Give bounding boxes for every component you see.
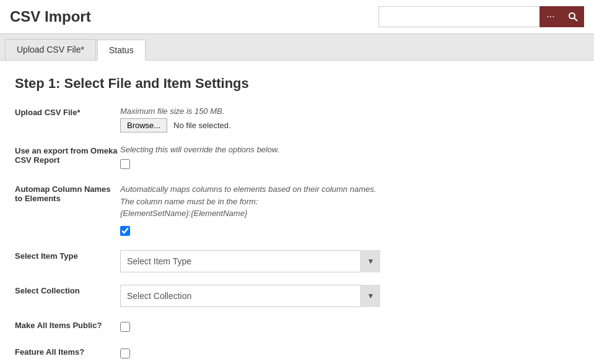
make-public-checkbox[interactable] <box>120 322 130 332</box>
collection-content: Select Collection ▼ <box>120 285 579 307</box>
item-type-label: Select Item Type <box>15 250 120 261</box>
header-search-area: ··· <box>378 6 584 27</box>
file-selected-label: No file selected. <box>173 121 231 130</box>
automap-checkbox[interactable] <box>120 226 130 236</box>
make-public-row: Make All Items Public? <box>15 319 579 334</box>
item-type-dropdown-wrap: Select Item Type ▼ <box>120 250 380 272</box>
feature-all-content <box>120 346 579 360</box>
tab-import-items[interactable]: Upload CSV File* <box>5 39 96 60</box>
omeka-export-label: Use an export from Omeka CSV Report <box>15 145 120 165</box>
automap-content: Automatically maps columns to elements b… <box>120 183 579 238</box>
search-icon <box>568 12 578 22</box>
automap-hint: Automatically maps columns to elements b… <box>120 183 579 220</box>
svg-line-1 <box>574 18 577 21</box>
collection-row: Select Collection Select Collection ▼ <box>15 285 579 307</box>
item-type-select[interactable]: Select Item Type <box>120 250 380 272</box>
make-public-content <box>120 319 579 334</box>
upload-csv-label: Upload CSV File* <box>15 106 120 117</box>
page-title: CSV Import <box>10 8 91 25</box>
collection-label: Select Collection <box>15 285 120 295</box>
tab-status[interactable]: Status <box>97 40 146 61</box>
tabs-bar: Upload CSV File* Status <box>0 34 594 61</box>
main-content: Step 1: Select File and Item Settings Up… <box>0 61 594 364</box>
omeka-export-hint: Selecting this will override the options… <box>120 145 579 154</box>
collection-select[interactable]: Select Collection <box>120 285 380 307</box>
feature-all-row: Feature All Items? <box>15 346 579 360</box>
upload-csv-input-row: Browse... No file selected. <box>120 118 579 132</box>
feature-all-label: Feature All Items? <box>15 346 120 357</box>
upload-csv-hint: Maximum file size is 150 MB. <box>120 106 579 116</box>
omeka-export-checkbox[interactable] <box>120 159 130 169</box>
header: CSV Import ··· <box>0 0 594 34</box>
automap-row: Automap Column Names to Elements Automat… <box>15 183 579 238</box>
omeka-export-row: Use an export from Omeka CSV Report Sele… <box>15 145 579 171</box>
step-title: Step 1: Select File and Item Settings <box>15 76 579 92</box>
collection-dropdown-wrap: Select Collection ▼ <box>120 285 380 307</box>
automap-label: Automap Column Names to Elements <box>15 183 120 203</box>
feature-all-checkbox[interactable] <box>120 349 130 358</box>
omeka-export-content: Selecting this will override the options… <box>120 145 579 171</box>
search-button[interactable] <box>562 6 584 27</box>
browse-button[interactable]: Browse... <box>120 118 167 132</box>
item-type-content: Select Item Type ▼ <box>120 250 579 272</box>
svg-point-0 <box>569 13 575 19</box>
upload-csv-content: Maximum file size is 150 MB. Browse... N… <box>120 106 579 132</box>
search-input[interactable] <box>378 6 539 27</box>
make-public-label: Make All Items Public? <box>15 319 120 330</box>
upload-csv-row: Upload CSV File* Maximum file size is 15… <box>15 106 579 132</box>
dots-button[interactable]: ··· <box>539 6 562 27</box>
item-type-row: Select Item Type Select Item Type ▼ <box>15 250 579 272</box>
